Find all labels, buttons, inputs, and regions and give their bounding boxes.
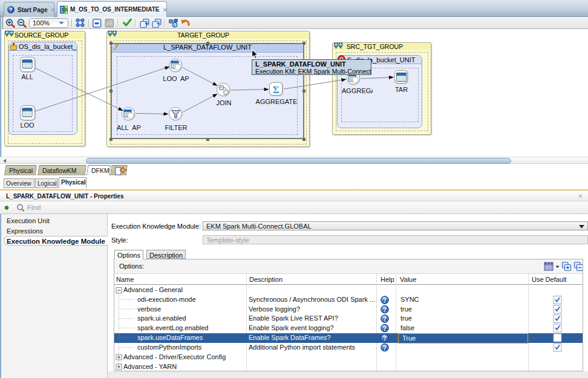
svg-text:?: ? bbox=[9, 6, 13, 13]
svg-text:Σ: Σ bbox=[273, 84, 279, 96]
svg-text:100%: 100% bbox=[33, 19, 50, 27]
